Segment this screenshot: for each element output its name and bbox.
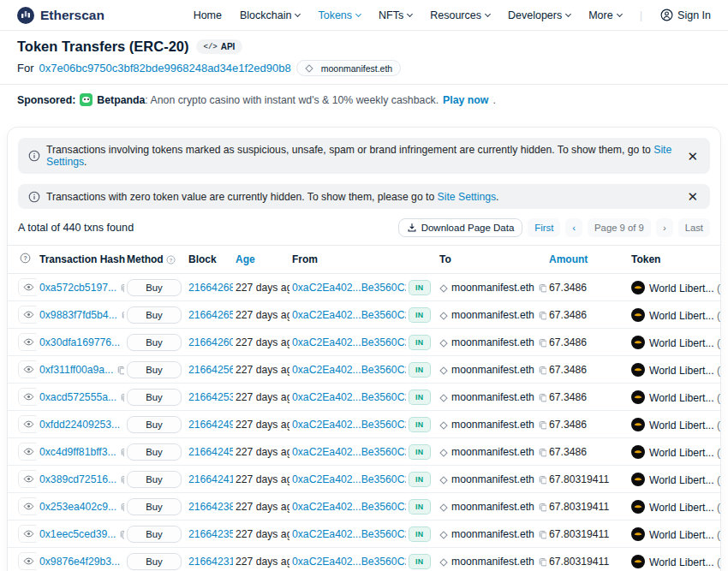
to-address-link[interactable]: moonmanifest.eth [451,282,534,294]
from-address-link[interactable]: 0xaC2Ea402...Be3560C22 [292,391,406,403]
copy-to-icon[interactable] [538,556,546,567]
copy-hash-icon[interactable] [120,502,124,512]
download-page-data-button[interactable]: Download Page Data [398,218,523,237]
token-link[interactable]: World Libert... (WLFI) [649,391,720,403]
to-address-link[interactable]: moonmanifest.eth [451,336,534,348]
ens-name-badge[interactable]: moonmanifest.eth [296,60,401,76]
copy-to-icon[interactable] [538,337,546,348]
method-badge[interactable]: Buy [127,416,182,433]
preview-eye-button[interactable] [18,360,37,378]
address-link[interactable]: 0x7e06bc9750c3bf82bde9968248ad34e1f2ed90… [39,62,291,74]
token-link[interactable]: World Libert... (WLFI) [649,419,720,431]
to-address-link[interactable]: moonmanifest.eth [451,528,534,540]
copy-to-icon[interactable] [538,310,546,320]
preview-eye-button[interactable] [18,278,37,296]
preview-eye-button[interactable] [18,552,37,570]
tx-hash-link[interactable]: 0xa572cb5197... [39,282,116,294]
copy-hash-icon[interactable] [123,337,124,348]
preview-eye-button[interactable] [18,388,37,406]
preview-eye-button[interactable] [18,470,37,488]
nav-item-home[interactable]: Home [194,9,222,21]
preview-eye-button[interactable] [18,415,37,433]
copy-to-icon[interactable] [538,529,546,539]
block-link[interactable]: 21664238 [188,501,233,513]
from-address-link[interactable]: 0xaC2Ea402...Be3560C22 [292,282,406,294]
copy-hash-icon[interactable] [123,556,124,567]
nav-item-tokens[interactable]: Tokens [318,9,361,21]
from-address-link[interactable]: 0xaC2Ea402...Be3560C22 [292,364,406,376]
token-link[interactable]: World Libert... (WLFI) [649,473,720,485]
copy-to-icon[interactable] [538,474,546,485]
copy-hash-icon[interactable] [119,529,124,539]
method-badge[interactable]: Buy [127,361,182,378]
nav-item-developers[interactable]: Developers [508,9,570,21]
method-badge[interactable]: Buy [127,471,182,488]
block-link[interactable]: 21664265 [188,309,233,321]
tx-hash-link[interactable]: 0xacd572555a... [39,391,116,403]
pagination-last-button[interactable]: Last [678,218,710,237]
from-address-link[interactable]: 0xaC2Ea402...Be3560C22 [292,556,406,568]
close-icon[interactable]: ✕ [685,150,700,163]
tx-hash-link[interactable]: 0xfdd22409253... [39,419,120,431]
preview-eye-button[interactable] [18,443,37,461]
preview-eye-button[interactable] [18,333,37,351]
from-address-link[interactable]: 0xaC2Ea402...Be3560C22 [292,309,406,321]
copy-hash-icon[interactable] [123,419,124,430]
tx-hash-link[interactable]: 0x30dfa169776... [39,336,120,348]
preview-eye-button[interactable] [18,525,37,543]
block-link[interactable]: 21664241 [188,473,233,485]
tx-hash-link[interactable]: 0x1eec5ced39... [39,528,116,540]
pagination-prev-button[interactable]: ‹ [565,218,582,237]
method-badge[interactable]: Buy [127,553,182,570]
tx-hash-link[interactable]: 0xf311ff00a9a... [39,364,113,376]
to-address-link[interactable]: moonmanifest.eth [451,473,534,485]
to-address-link[interactable]: moonmanifest.eth [451,364,534,376]
nav-item-more[interactable]: More [588,9,621,21]
copy-to-icon[interactable] [538,365,546,375]
copy-hash-icon[interactable] [120,447,124,457]
pagination-first-button[interactable]: First [528,218,560,237]
copy-to-icon[interactable] [538,392,546,402]
to-address-link[interactable]: moonmanifest.eth [451,419,534,431]
tx-hash-link[interactable]: 0x253ea402c9... [39,501,116,513]
block-link[interactable]: 21664235 [188,528,233,540]
method-badge[interactable]: Buy [127,306,182,324]
api-badge[interactable]: </> API [196,39,243,54]
token-link[interactable]: World Libert... (WLFI) [649,309,720,321]
preview-eye-button[interactable] [18,306,37,324]
tx-hash-link[interactable]: 0x389cd72516... [39,473,116,485]
copy-hash-icon[interactable] [120,283,124,293]
preview-eye-button[interactable] [18,497,37,515]
method-badge[interactable]: Buy [127,334,182,351]
method-badge[interactable]: Buy [127,443,182,461]
etherscan-logo[interactable]: Etherscan [17,7,104,24]
nav-item-blockchain[interactable]: Blockchain [240,9,300,21]
copy-to-icon[interactable] [538,502,546,512]
copy-hash-icon[interactable] [116,365,124,375]
play-now-link[interactable]: Play now [443,94,488,106]
from-address-link[interactable]: 0xaC2Ea402...Be3560C22 [292,336,406,348]
to-address-link[interactable]: moonmanifest.eth [451,391,534,403]
token-link[interactable]: World Libert... (WLFI) [649,528,720,540]
block-link[interactable]: 21664256 [188,364,233,376]
block-link[interactable]: 21664260 [188,336,233,348]
token-link[interactable]: World Libert... (WLFI) [649,336,720,348]
sign-in-button[interactable]: Sign In [660,9,711,21]
token-link[interactable]: World Libert... (WLFI) [649,282,720,294]
to-address-link[interactable]: moonmanifest.eth [451,446,534,458]
to-address-link[interactable]: moonmanifest.eth [451,501,534,513]
block-link[interactable]: 21664231 [188,556,233,568]
method-badge[interactable]: Buy [127,389,182,406]
method-badge[interactable]: Buy [127,498,182,515]
to-address-link[interactable]: moonmanifest.eth [451,309,534,321]
site-settings-link[interactable]: Site Settings [438,191,496,203]
copy-hash-icon[interactable] [120,392,124,402]
from-address-link[interactable]: 0xaC2Ea402...Be3560C22 [292,501,406,513]
tx-hash-link[interactable]: 0x9883f7fd5b4... [39,309,117,321]
tx-hash-link[interactable]: 0xc4d9ff81bff3... [39,446,116,458]
method-help-icon[interactable]: ? [166,255,176,265]
block-link[interactable]: 21664268 [188,282,233,294]
from-address-link[interactable]: 0xaC2Ea402...Be3560C22 [292,419,406,431]
close-icon[interactable]: ✕ [685,190,700,203]
copy-to-icon[interactable] [538,283,546,293]
